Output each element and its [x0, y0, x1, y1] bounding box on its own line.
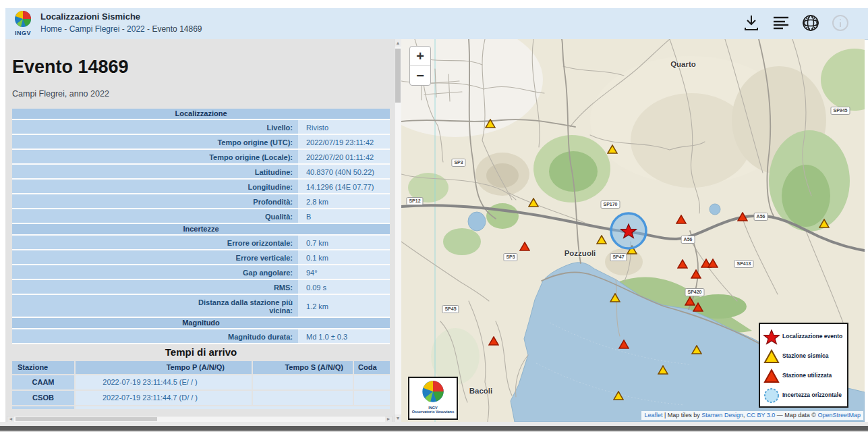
- leaflet-map[interactable]: + − QuartoPozzuoliBacoliSP945SP3SP12SP17…: [401, 39, 865, 422]
- list-icon[interactable]: [771, 13, 791, 33]
- event-detail-panel: Evento 14869 Campi Flegrei, anno 2022 Lo…: [5, 39, 394, 422]
- town-label: Quarto: [670, 60, 696, 68]
- arrival-table-row: CAAM2022-07-19 23:11:44.5 (E/ / ): [12, 375, 390, 389]
- used-station-marker[interactable]: [707, 259, 718, 271]
- town-label: Pozzuoli: [565, 249, 596, 257]
- row-label: Tempo origine (UTC):: [12, 135, 298, 148]
- time-cell: 2022-07-19 23:11:44.7 (D/ / ): [76, 391, 252, 405]
- legend-item-event: Localizzazione evento: [763, 327, 844, 346]
- breadcrumb: Home - Campi Flegrei - 2022 - Evento 148…: [40, 24, 202, 34]
- row-value: B: [298, 209, 390, 223]
- arrival-times-table: Stazione Tempo P (A/N/Q) Tempo S (A/N/Q)…: [12, 361, 390, 406]
- table-row: Longitudine:14.1296 (14E 07.77): [12, 180, 390, 193]
- road-label: SP45: [442, 305, 459, 313]
- used-station-marker[interactable]: [519, 242, 530, 254]
- table-section-header: Magnitudo: [12, 318, 390, 328]
- stamen-link[interactable]: Stamen Design: [701, 412, 743, 418]
- table-row: RMS:0.09 s: [12, 280, 390, 294]
- arrival-table-header: Stazione Tempo P (A/N/Q) Tempo S (A/N/Q)…: [12, 361, 390, 374]
- horizontal-scroll-thumb[interactable]: [16, 417, 157, 421]
- seismic-station-marker[interactable]: [819, 219, 830, 231]
- scroll-down-arrow[interactable]: ▼: [395, 414, 401, 422]
- breadcrumb-item: Evento 14869: [152, 24, 202, 34]
- osm-link[interactable]: OpenStreetMap: [817, 412, 861, 418]
- event-info-table: LocalizzazioneLivello:RivistoTempo origi…: [12, 109, 390, 344]
- table-row: Latitudine:40.8370 (40N 50.22): [12, 165, 390, 178]
- legend-label: Stazione sismica: [782, 353, 829, 359]
- row-value: 0.09 s: [298, 280, 390, 294]
- row-value: 1.2 km: [298, 295, 390, 317]
- col-stazione: Stazione: [12, 361, 74, 374]
- horizontal-scrollbar[interactable]: ◄ ►: [7, 416, 393, 422]
- arrivals-title: Tempi di arrivo: [12, 346, 390, 358]
- page-subtitle: Campi Flegrei, anno 2022: [12, 89, 109, 99]
- ingv-logo-text: INGV: [11, 30, 35, 36]
- road-label: SP945: [830, 107, 850, 115]
- breadcrumb-item[interactable]: Home: [40, 24, 62, 34]
- station-cell: CAAM: [12, 375, 74, 389]
- table-row: Tempo origine (UTC):2022/07/19 23:11:42: [12, 135, 390, 148]
- road-label: SP3: [451, 159, 465, 167]
- seismic-station-marker[interactable]: [658, 365, 668, 377]
- row-value: 2.8 km: [298, 194, 390, 208]
- partial-table-row: [12, 406, 390, 409]
- row-value: 94°: [298, 265, 390, 279]
- table-section-header: Localizzazione: [12, 109, 390, 119]
- breadcrumb-separator: -: [145, 24, 152, 34]
- table-row: Profondità:2.8 km: [12, 194, 390, 208]
- breadcrumb-item[interactable]: Campi Flegrei: [69, 24, 120, 34]
- used-station-marker[interactable]: [618, 340, 629, 352]
- time-cell: [354, 391, 390, 405]
- row-value: Md 1.0 ± 0.3: [298, 329, 390, 343]
- zoom-out-button[interactable]: −: [410, 66, 430, 85]
- used-station-marker[interactable]: [676, 215, 687, 227]
- table-row: Errore verticale:0.1 km: [12, 250, 390, 264]
- seismic-station-marker[interactable]: [691, 345, 702, 357]
- ingv-watermark: INGV Osservatorio Vesuviano: [408, 377, 458, 420]
- table-row: Livello:Rivisto: [12, 120, 390, 134]
- table-row: Magnitudo durata:Md 1.0 ± 0.3: [12, 329, 390, 343]
- ingv-logo[interactable]: INGV: [11, 10, 35, 38]
- row-value: 14.1296 (14E 07.77): [298, 180, 390, 193]
- seismic-station-marker[interactable]: [528, 198, 539, 210]
- zoom-in-button[interactable]: +: [410, 47, 430, 66]
- seismic-station-marker[interactable]: [485, 119, 496, 131]
- scroll-left-arrow[interactable]: ◄: [7, 416, 14, 422]
- row-value: 2022/07/19 23:11:42: [298, 135, 390, 148]
- vertical-scroll-thumb[interactable]: [395, 49, 401, 103]
- used-station-marker[interactable]: [691, 269, 701, 281]
- row-value: 2022/07/20 01:11:42: [298, 150, 390, 163]
- header-toolbar: [741, 13, 850, 33]
- breadcrumb-item[interactable]: 2022: [127, 24, 145, 34]
- breadcrumb-separator: -: [62, 24, 69, 34]
- seismic-station-marker[interactable]: [596, 235, 607, 247]
- town-label: Bacoli: [469, 387, 493, 395]
- row-label: RMS:: [12, 280, 298, 294]
- seismic-station-marker[interactable]: [610, 293, 620, 305]
- page: INGV Localizzazioni Sismiche Home - Camp…: [0, 0, 868, 432]
- cc-license-link[interactable]: CC BY 3.0: [747, 412, 775, 418]
- row-label: Magnitudo durata:: [12, 329, 298, 343]
- seismic-station-marker[interactable]: [607, 144, 618, 157]
- vertical-scrollbar[interactable]: ▲ ▼: [394, 39, 401, 422]
- used-station-marker[interactable]: [693, 302, 703, 315]
- used-station-icon: [763, 368, 780, 384]
- arrival-table-row: CSOB2022-07-19 23:11:44.7 (D/ / ): [12, 391, 390, 405]
- globe-icon[interactable]: [801, 13, 821, 33]
- legend-label: Stazione utilizzata: [782, 373, 832, 379]
- leaflet-link[interactable]: Leaflet: [644, 412, 662, 418]
- road-label: A56: [681, 236, 695, 244]
- row-label: Longitudine:: [12, 180, 298, 193]
- used-station-marker[interactable]: [737, 212, 748, 224]
- used-station-marker[interactable]: [677, 259, 688, 271]
- used-station-marker[interactable]: [488, 336, 499, 348]
- legend-label: Localizzazione evento: [782, 333, 842, 340]
- table-row: Qualità:B: [12, 209, 390, 223]
- scroll-right-arrow[interactable]: ►: [385, 416, 392, 422]
- seismic-station-marker[interactable]: [613, 391, 624, 403]
- download-icon[interactable]: [741, 13, 761, 33]
- info-icon[interactable]: [830, 13, 850, 33]
- event-location-marker[interactable]: [607, 209, 650, 255]
- attrib-text: — Map data ©: [775, 412, 817, 418]
- scroll-up-arrow[interactable]: ▲: [395, 39, 401, 47]
